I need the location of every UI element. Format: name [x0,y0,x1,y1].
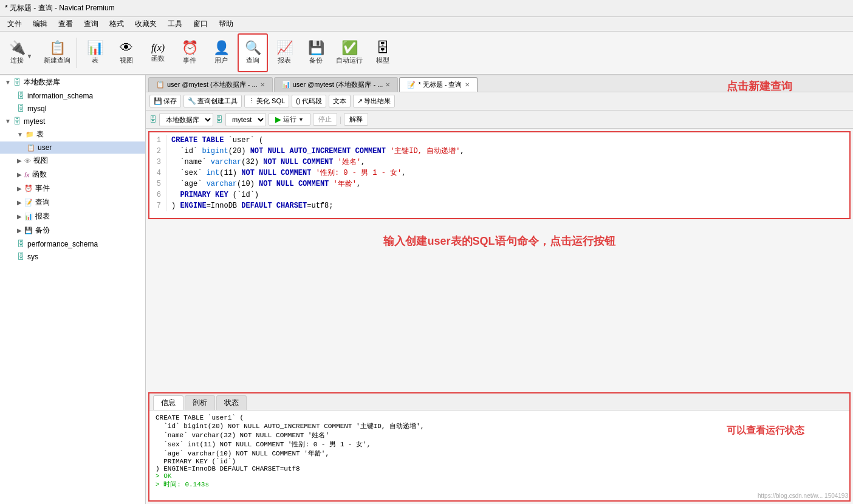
tab-user-mytest-1[interactable]: 📋 user @mytest (本地数据库 - ... ✕ [148,77,273,92]
model-icon: 🗄 [376,41,389,55]
view-button[interactable]: 👁 视图 [111,33,142,72]
menu-favorites[interactable]: 收藏夹 [130,18,162,30]
function-label: 函数 [151,54,165,63]
event-folder-icon: ⏰ [24,185,33,192]
tab-user-mytest-2[interactable]: 📊 user @mytest (本地数据库 - ... ✕ [274,77,399,92]
code-snippet-label: () 代码段 [296,97,322,106]
run-button[interactable]: ▶ 运行 ▼ [269,113,310,126]
design-query-button[interactable]: 🔧 查询创建工具 [183,95,242,107]
sidebar-item-label-info-schema: information_schema [27,92,93,100]
run-dropdown-arrow: ▼ [298,117,304,123]
query-toolbar: 💾 保存 🔧 查询创建工具 ⋮ 美化 SQL () 代码段 文本 ↗ 导出结果 [146,92,853,111]
table-button[interactable]: 📊 表 [80,33,110,72]
sidebar: ▼ 🗄 本地数据库 🗄 information_schema 🗄 mysql ▼… [0,75,146,504]
table-icon: 📊 [87,41,103,55]
code-line-7: 7 ) ENGINE=InnoDB DEFAULT CHARSET=utf8; [149,200,849,211]
schedule-button[interactable]: ✅ 自动运行 [332,33,366,72]
report-button[interactable]: 📈 报表 [269,33,300,72]
content-wrapper: 1 CREATE TABLE `user` ( 2 `id` bigint(20… [146,129,853,504]
export-icon: ↗ [357,97,363,105]
new-query-button[interactable]: 📋 新建查询 [40,33,74,72]
user-table-icon: 📋 [27,144,35,152]
panel-tab-info[interactable]: 信息 [153,395,183,410]
line-num-7: 7 [149,200,166,211]
sidebar-item-label-func-folder: 函数 [32,169,47,180]
line-num-6: 6 [149,189,166,200]
sidebar-item-label-user: user [38,143,52,152]
panel-tab-status[interactable]: 状态 [216,395,247,410]
connection-select[interactable]: 本地数据库 [159,113,213,126]
db-icon: 🗄 [216,115,223,124]
event-folder-expand-arrow: ▶ [17,185,22,192]
tab-close-2[interactable]: ✕ [385,81,390,88]
sidebar-item-user-table[interactable]: 📋 user [0,141,145,154]
tab-untitled-query[interactable]: 📝 * 无标题 - 查询 ✕ [399,77,477,92]
menu-format[interactable]: 格式 [104,18,129,30]
connect-icon: 🔌 [9,41,26,55]
panel-tab-bar: 信息 剖析 状态 [149,393,849,410]
menu-file[interactable]: 文件 [2,18,27,30]
query-button[interactable]: 🔍 查询 [238,33,268,72]
text-label: 文本 [333,97,346,106]
backup-folder-icon: 💾 [24,226,33,234]
panel-tab-profile[interactable]: 剖析 [185,395,215,410]
sidebar-item-query-folder[interactable]: ▶ 📝 查询 [0,196,145,209]
line-content-3: `name` varchar(32) NOT NULL COMMENT '姓名'… [171,157,365,168]
func-folder-icon: fx [24,171,30,179]
code-editor[interactable]: 1 CREATE TABLE `user` ( 2 `id` bigint(20… [148,131,851,219]
event-button[interactable]: ⏰ 事件 [174,33,205,72]
beautify-button[interactable]: ⋮ 美化 SQL [244,95,289,107]
model-button[interactable]: 🗄 模型 [368,33,398,72]
user-button[interactable]: 👤 用户 [206,33,236,72]
new-query-icon: 📋 [49,41,66,55]
bottom-panel: 信息 剖析 状态 CREATE TABLE `user1` ( `id` big… [148,392,851,502]
sidebar-item-information-schema[interactable]: 🗄 information_schema [0,89,145,102]
sidebar-root[interactable]: ▼ 🗄 本地数据库 [0,75,145,89]
menu-edit[interactable]: 编辑 [28,18,52,30]
database-select[interactable]: mytest [225,113,266,126]
content-area: 📋 user @mytest (本地数据库 - ... ✕ 📊 user @my… [146,75,853,504]
tab-close-1[interactable]: ✕ [260,81,265,88]
menu-tools[interactable]: 工具 [163,18,187,30]
tab-label-2: user @mytest (本地数据库 - ... [293,80,383,89]
save-icon: 💾 [154,97,162,105]
panel-tab-profile-label: 剖析 [193,398,207,407]
export-result-button[interactable]: ↗ 导出结果 [353,95,395,107]
root-expand-arrow: ▼ [5,79,11,86]
text-button[interactable]: 文本 [329,95,351,107]
sidebar-item-table-folder[interactable]: ▼ 📁 表 [0,128,145,141]
menu-window[interactable]: 窗口 [188,18,213,30]
mytest-icon: 🗄 [13,117,21,126]
line-num-2: 2 [149,146,166,157]
menu-query[interactable]: 查询 [79,18,103,30]
run-label: 运行 [283,115,296,124]
sidebar-item-backup-folder[interactable]: ▶ 💾 备份 [0,223,145,237]
line-content-6: PRIMARY KEY (`id`) [171,189,259,200]
table-folder-expand-arrow: ▼ [17,131,23,138]
menu-help[interactable]: 帮助 [214,18,238,30]
function-button[interactable]: f(x) 函数 [143,33,173,72]
panel-tab-status-label: 状态 [224,398,239,407]
line-num-4: 4 [149,168,166,179]
sidebar-item-sys[interactable]: 🗄 sys [0,250,145,263]
sidebar-item-event-folder[interactable]: ▶ ⏰ 事件 [0,182,145,196]
sidebar-item-report-folder[interactable]: ▶ 📊 报表 [0,209,145,223]
tab-close-3[interactable]: ✕ [465,81,470,88]
menu-view[interactable]: 查看 [53,18,78,30]
panel-line-6: PRIMARY KEY (`id`) [156,458,843,465]
sidebar-item-perf-schema[interactable]: 🗄 performance_schema [0,237,145,250]
explain-button[interactable]: 解释 [344,113,368,126]
sidebar-item-mysql[interactable]: 🗄 mysql [0,102,145,115]
code-snippet-button[interactable]: () 代码段 [292,95,326,107]
line-num-1: 1 [149,135,166,146]
stop-button[interactable]: 停止 [313,113,337,126]
backup-button[interactable]: 💾 备份 [301,33,331,72]
connect-button[interactable]: 🔌 连接 ▼ [2,33,39,72]
stop-label: 停止 [318,115,332,123]
sidebar-item-mytest[interactable]: ▼ 🗄 mytest [0,115,145,128]
sidebar-item-label-mytest: mytest [24,117,45,126]
save-button[interactable]: 💾 保存 [149,95,181,107]
code-line-4: 4 `sex` int(11) NOT NULL COMMENT '性别: 0 … [149,168,849,179]
sidebar-item-view-folder[interactable]: ▶ 👁 视图 [0,154,145,168]
sidebar-item-func-folder[interactable]: ▶ fx 函数 [0,168,145,182]
